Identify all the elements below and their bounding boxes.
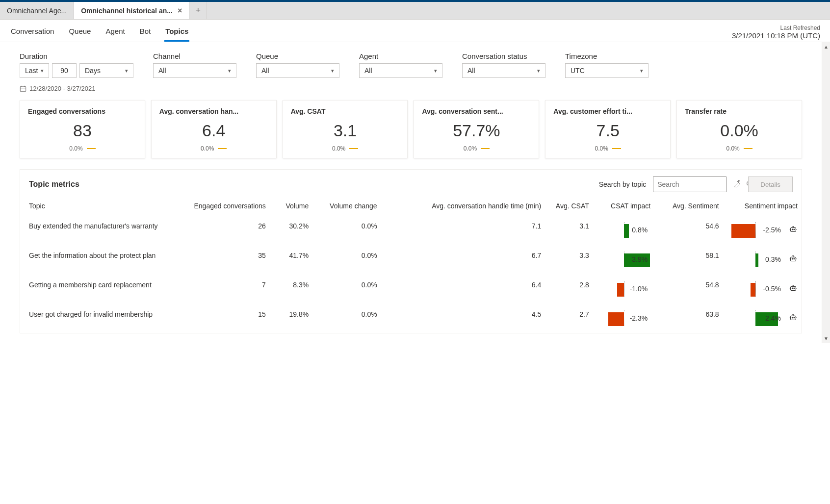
cell-volume-change: 0.0% — [312, 215, 381, 245]
col-volume-change[interactable]: Volume change — [312, 197, 381, 215]
close-icon[interactable]: × — [178, 6, 182, 15]
cell-volume: 30.2% — [270, 215, 312, 245]
date-range: 12/28/2020 - 3/27/2021 — [20, 85, 133, 92]
kpi-title: Avg. CSAT — [291, 107, 400, 115]
status-select[interactable]: All ▾ — [462, 63, 545, 78]
trend-flat-icon — [744, 148, 752, 149]
cell-engaged: 26 — [167, 215, 270, 245]
cell-engaged: 15 — [167, 303, 270, 333]
bot-icon[interactable] — [789, 284, 798, 294]
cell-engaged: 35 — [167, 245, 270, 274]
browser-tabs: Omnichannel Age... Omnichannel historica… — [0, 2, 830, 20]
impact-value: -0.5% — [763, 285, 781, 293]
timezone-select[interactable]: UTC ▾ — [565, 63, 648, 78]
duration-mode-select[interactable]: Last ▾ — [20, 63, 49, 78]
topic-metrics-table: Topic Engaged conversations Volume Volum… — [20, 197, 802, 333]
table-row[interactable]: Buy extended the manufacturer's warranty… — [20, 215, 802, 245]
cell-volume: 41.7% — [270, 245, 312, 274]
nav-queue[interactable]: Queue — [68, 27, 92, 42]
cell-sentiment-impact: 2.4% — [723, 303, 802, 333]
chevron-down-icon: ▾ — [537, 68, 540, 74]
kpi-title: Engaged conversations — [28, 107, 137, 115]
cell-csat-impact: -1.0% — [593, 274, 654, 303]
last-refreshed: Last Refreshed 3/21/2021 10:18 PM (UTC) — [732, 25, 820, 42]
impact-value: 2.4% — [765, 314, 781, 322]
channel-select[interactable]: All ▾ — [153, 63, 236, 78]
cell-volume-change: 0.0% — [312, 274, 381, 303]
eraser-icon[interactable] — [733, 179, 741, 189]
duration-unit-select[interactable]: Days ▾ — [79, 63, 133, 78]
plus-icon: + — [196, 5, 201, 16]
cell-avg-csat: 2.8 — [545, 274, 593, 303]
queue-select[interactable]: All ▾ — [256, 63, 339, 78]
impact-value: 0.3% — [765, 255, 781, 263]
col-topic[interactable]: Topic — [20, 197, 167, 215]
trend-flat-icon — [349, 148, 358, 149]
cell-volume: 19.8% — [270, 303, 312, 333]
bot-icon[interactable] — [789, 254, 798, 265]
topic-metrics-title: Topic metrics — [29, 180, 79, 189]
new-tab-button[interactable]: + — [189, 2, 207, 19]
kpi-delta: 0.0% — [422, 145, 531, 152]
filters-row: Duration Last ▾ 90 Days ▾ 12/28/2020 - 3… — [20, 52, 802, 92]
search-input-wrapper[interactable] — [653, 176, 726, 192]
vertical-scrollbar[interactable]: ▲ ▼ — [822, 42, 830, 343]
svg-rect-8 — [791, 286, 796, 290]
col-avg-sentiment[interactable]: Avg. Sentiment — [654, 197, 723, 215]
tab-label: Omnichannel Age... — [7, 7, 67, 15]
col-engaged[interactable]: Engaged conversations — [167, 197, 270, 215]
kpi-delta: 0.0% — [553, 145, 662, 152]
last-refreshed-label: Last Refreshed — [732, 25, 820, 31]
agent-select[interactable]: All ▾ — [359, 63, 442, 78]
kpi-value: 7.5 — [553, 121, 662, 140]
svg-point-13 — [794, 317, 795, 318]
last-refreshed-value: 3/21/2021 10:18 PM (UTC) — [732, 31, 820, 40]
nav-bot[interactable]: Bot — [139, 27, 152, 42]
filter-channel: Channel All ▾ — [153, 52, 236, 92]
cell-topic: Getting a membership card replacement — [20, 274, 167, 303]
duration-value-input[interactable]: 90 — [52, 63, 77, 78]
tab-omnichannel-agent[interactable]: Omnichannel Age... — [0, 2, 74, 19]
svg-point-4 — [794, 229, 795, 230]
nav-conversation[interactable]: Conversation — [10, 27, 55, 42]
table-row[interactable]: Getting a membership card replacement 7 … — [20, 274, 802, 303]
filter-duration: Duration Last ▾ 90 Days ▾ 12/28/2020 - 3… — [20, 52, 133, 92]
filter-timezone: Timezone UTC ▾ — [565, 52, 648, 92]
cell-sentiment-impact: -2.5% — [723, 215, 802, 245]
kpi-card[interactable]: Avg. conversation han... 6.4 0.0% — [151, 100, 277, 158]
nav-agent[interactable]: Agent — [104, 27, 126, 42]
col-handle-time[interactable]: Avg. conversation handle time (min) — [381, 197, 545, 215]
bot-icon[interactable] — [789, 225, 798, 235]
impact-value: -2.5% — [763, 226, 781, 234]
kpi-card[interactable]: Engaged conversations 83 0.0% — [20, 100, 145, 158]
col-avg-csat[interactable]: Avg. CSAT — [545, 197, 593, 215]
report-content: Duration Last ▾ 90 Days ▾ 12/28/2020 - 3… — [0, 42, 822, 343]
search-input[interactable] — [657, 180, 743, 188]
table-row[interactable]: User got charged for invalid membership … — [20, 303, 802, 333]
trend-flat-icon — [481, 148, 490, 149]
scroll-up-icon[interactable]: ▲ — [824, 44, 829, 50]
kpi-card[interactable]: Avg. CSAT 3.1 0.0% — [283, 100, 408, 158]
kpi-card[interactable]: Avg. customer effort ti... 7.5 0.0% — [545, 100, 671, 158]
kpi-title: Avg. conversation sent... — [422, 107, 531, 115]
col-csat-impact[interactable]: CSAT impact — [593, 197, 654, 215]
kpi-card[interactable]: Transfer rate 0.0% 0.0% — [676, 100, 802, 158]
scroll-down-icon[interactable]: ▼ — [824, 336, 829, 341]
cell-avg-csat: 3.3 — [545, 245, 593, 274]
cell-handle-time: 6.7 — [381, 245, 545, 274]
impact-value: 3.9% — [632, 255, 648, 263]
nav-topics[interactable]: Topics — [164, 27, 189, 42]
table-row[interactable]: Get the information about the protect pl… — [20, 245, 802, 274]
tab-omnichannel-historical[interactable]: Omnichannel historical an... × — [74, 2, 189, 19]
kpi-value: 57.7% — [422, 121, 531, 140]
bot-icon[interactable] — [789, 313, 798, 324]
kpi-card[interactable]: Avg. conversation sent... 57.7% 0.0% — [414, 100, 539, 158]
col-volume[interactable]: Volume — [270, 197, 312, 215]
cell-handle-time: 4.5 — [381, 303, 545, 333]
kpi-title: Transfer rate — [685, 107, 794, 115]
chevron-down-icon: ▾ — [640, 68, 643, 74]
cell-topic: Get the information about the protect pl… — [20, 245, 167, 274]
details-button: Details — [748, 176, 793, 192]
cell-volume-change: 0.0% — [312, 303, 381, 333]
col-sentiment-impact[interactable]: Sentiment impact — [723, 197, 802, 215]
